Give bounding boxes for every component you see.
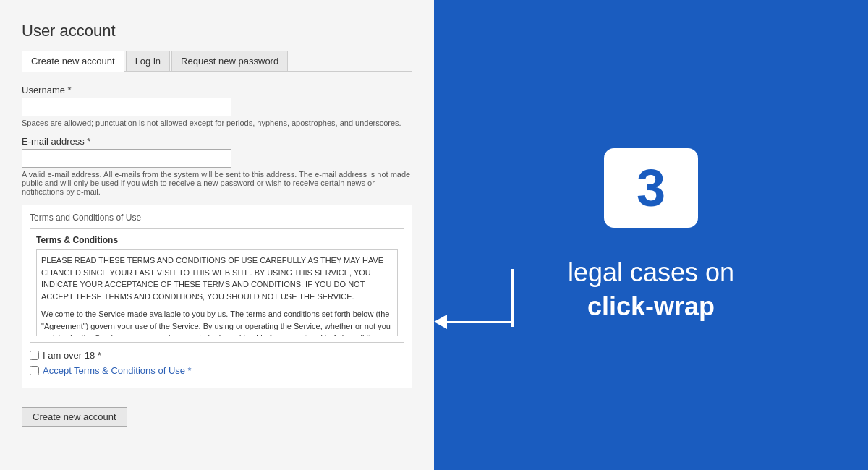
- email-input[interactable]: [22, 149, 231, 168]
- right-text: legal cases on click-wrap: [568, 257, 734, 322]
- age-checkbox[interactable]: [30, 351, 39, 360]
- arrow-body: [447, 321, 512, 323]
- tab-login[interactable]: Log in: [126, 51, 170, 71]
- number-card: 3: [604, 148, 698, 228]
- email-label: E-mail address *: [22, 136, 412, 147]
- accept-checkbox[interactable]: [30, 366, 39, 375]
- tab-bar: Create new account Log in Request new pa…: [22, 51, 412, 72]
- right-panel: 3 legal cases on click-wrap: [434, 0, 868, 470]
- username-group: Username * Spaces are allowed; punctuati…: [22, 85, 412, 127]
- username-label: Username *: [22, 85, 412, 95]
- create-account-button[interactable]: Create new account: [22, 407, 127, 427]
- arrow-container: [434, 315, 512, 329]
- tab-create-account[interactable]: Create new account: [22, 51, 124, 72]
- arrow-head-left: [434, 315, 447, 329]
- terms-box: Terms and Conditions of Use Terms & Cond…: [22, 205, 412, 388]
- terms-inner: Terms & Conditions PLEASE READ THESE TER…: [30, 228, 404, 343]
- accept-checkbox-group: Accept Terms & Conditions of Use *: [30, 365, 404, 376]
- username-hint: Spaces are allowed; punctuation is not a…: [22, 119, 412, 127]
- email-group: E-mail address * A valid e-mail address.…: [22, 136, 412, 196]
- page-title: User account: [22, 22, 412, 40]
- username-input[interactable]: [22, 98, 231, 116]
- number-value: 3: [637, 162, 665, 214]
- accept-label: Accept Terms & Conditions of Use *: [43, 365, 192, 376]
- terms-box-title: Terms and Conditions of Use: [30, 213, 404, 223]
- terms-heading: Terms & Conditions: [36, 235, 398, 245]
- right-text-line2: click-wrap: [568, 291, 734, 322]
- arrow-vertical: [511, 269, 514, 327]
- left-panel: User account Create new account Log in R…: [0, 0, 434, 470]
- terms-scroll[interactable]: PLEASE READ THESE TERMS AND CONDITIONS O…: [36, 249, 398, 336]
- terms-para1: PLEASE READ THESE TERMS AND CONDITIONS O…: [41, 255, 393, 302]
- tab-request-password[interactable]: Request new password: [171, 51, 288, 71]
- age-checkbox-group: I am over 18 *: [30, 350, 404, 361]
- age-label: I am over 18 *: [43, 350, 101, 361]
- email-hint: A valid e-mail address. All e-mails from…: [22, 170, 412, 196]
- terms-para2: Welcome to the Service made available to…: [41, 308, 393, 336]
- right-text-line1: legal cases on: [568, 257, 734, 288]
